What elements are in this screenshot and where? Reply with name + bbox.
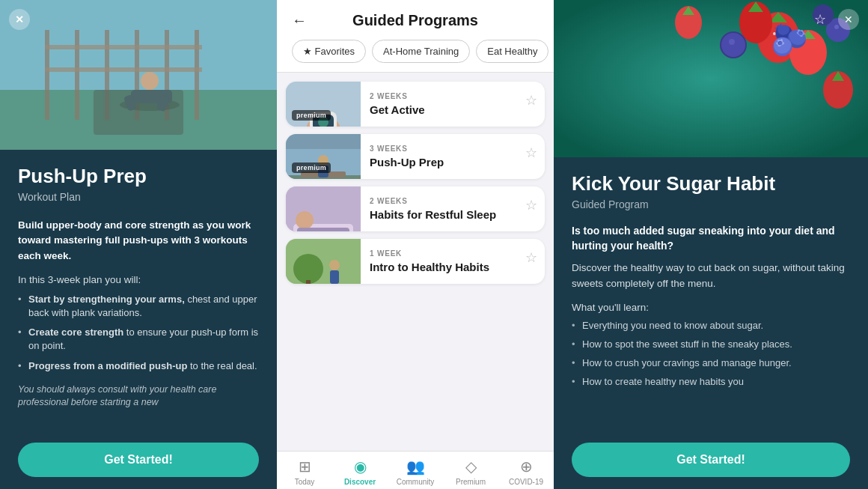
svg-rect-1 bbox=[0, 90, 277, 150]
tab-favorites[interactable]: ★ Favorites bbox=[292, 40, 366, 63]
svg-rect-5 bbox=[135, 30, 139, 120]
program-info-habits: 1 WEEK Intro to Healthy Habits bbox=[361, 239, 518, 284]
svg-point-52 bbox=[834, 25, 839, 29]
svg-rect-33 bbox=[306, 280, 311, 284]
svg-point-44 bbox=[773, 32, 776, 35]
left-panel: ✕ Push-Up Prep Workout Plan Build upper-… bbox=[0, 0, 277, 489]
svg-rect-13 bbox=[123, 94, 137, 112]
favorite-star-sleep[interactable]: ☆ bbox=[525, 197, 537, 213]
right-learn-title: What you'll learn: bbox=[572, 302, 850, 313]
program-fav-pushup[interactable]: ☆ bbox=[518, 134, 545, 179]
svg-point-10 bbox=[120, 99, 180, 111]
left-workout-subtitle: Workout Plan bbox=[18, 191, 259, 203]
program-info-get-active: 2 WEEKS Get Active bbox=[361, 82, 518, 127]
svg-point-28 bbox=[296, 211, 314, 229]
right-get-started-button[interactable]: Get Started! bbox=[572, 443, 850, 477]
program-fav-habits[interactable]: ☆ bbox=[518, 239, 545, 284]
svg-point-46 bbox=[775, 42, 778, 45]
premium-icon: ◇ bbox=[465, 458, 477, 476]
svg-rect-29 bbox=[297, 228, 349, 231]
program-card-pushup[interactable]: premium 3 WEEKS Push-Up Prep ☆ bbox=[286, 134, 545, 179]
middle-header: ← Guided Programs ★ Favorites At-Home Tr… bbox=[277, 0, 554, 73]
program-image-get-active: premium bbox=[286, 82, 361, 127]
program-info-sleep: 2 WEEKS Habits for Restful Sleep bbox=[361, 186, 518, 231]
tab-eat-healthy[interactable]: Eat Healthy bbox=[476, 40, 548, 63]
svg-rect-11 bbox=[131, 90, 172, 103]
nav-premium-label: Premium bbox=[456, 478, 486, 486]
svg-point-50 bbox=[729, 39, 735, 45]
right-program-title: Kick Your Sugar Habit bbox=[572, 172, 850, 195]
svg-point-45 bbox=[780, 37, 783, 40]
right-content: Kick Your Sugar Habit Guided Program Is … bbox=[554, 157, 868, 489]
left-bullet-1: Start by strengthening your arms, chest … bbox=[18, 293, 259, 320]
svg-rect-7 bbox=[195, 30, 199, 120]
tab-at-home[interactable]: At-Home Training bbox=[372, 40, 470, 63]
discover-icon: ◉ bbox=[354, 458, 367, 476]
nav-covid[interactable]: ⊕ COVID-19 bbox=[498, 458, 554, 486]
program-image-habits bbox=[286, 239, 361, 284]
right-bullet-list: Everything you need to know about sugar.… bbox=[572, 319, 850, 389]
svg-point-12 bbox=[141, 72, 159, 90]
nav-covid-label: COVID-19 bbox=[509, 478, 543, 486]
favorite-star-pushup[interactable]: ☆ bbox=[525, 145, 537, 161]
svg-rect-9 bbox=[45, 67, 202, 72]
svg-point-49 bbox=[721, 33, 745, 57]
svg-point-32 bbox=[293, 254, 323, 284]
nav-community[interactable]: 👥 Community bbox=[388, 458, 443, 486]
nav-today-label: Today bbox=[295, 478, 315, 486]
program-fav-sleep[interactable]: ☆ bbox=[518, 186, 545, 231]
left-bullet-2: Create core strength to ensure your push… bbox=[18, 326, 259, 353]
today-icon: ⊞ bbox=[299, 458, 311, 476]
program-name-sleep: Habits for Restful Sleep bbox=[370, 208, 509, 221]
svg-point-47 bbox=[783, 28, 786, 31]
program-fav-get-active[interactable]: ☆ bbox=[518, 82, 545, 127]
favorite-button-right[interactable]: ☆ bbox=[810, 9, 831, 30]
svg-rect-3 bbox=[75, 30, 79, 120]
right-description: Discover the healthy way to cut back on … bbox=[572, 261, 850, 291]
nav-premium[interactable]: ◇ Premium bbox=[443, 458, 498, 486]
back-button[interactable]: ← bbox=[292, 12, 307, 29]
nav-today[interactable]: ⊞ Today bbox=[277, 458, 332, 486]
favorite-star-habits[interactable]: ☆ bbox=[525, 249, 537, 266]
left-content: Push-Up Prep Workout Plan Build upper-bo… bbox=[0, 150, 277, 489]
right-program-subtitle: Guided Program bbox=[572, 198, 850, 210]
favorite-star-get-active[interactable]: ☆ bbox=[525, 92, 537, 109]
left-workout-title: Push-Up Prep bbox=[18, 165, 259, 188]
right-bullet-2: How to spot the sweet stuff in the sneak… bbox=[572, 338, 850, 351]
left-get-started-button[interactable]: Get Started! bbox=[18, 443, 259, 477]
svg-rect-6 bbox=[165, 30, 169, 120]
program-duration-habits: 1 WEEK bbox=[370, 249, 509, 258]
svg-rect-8 bbox=[45, 45, 202, 49]
program-image-sleep bbox=[286, 186, 361, 231]
svg-rect-4 bbox=[105, 30, 109, 120]
svg-rect-35 bbox=[330, 270, 339, 284]
middle-panel: ← Guided Programs ★ Favorites At-Home Tr… bbox=[277, 0, 554, 489]
program-info-pushup: 3 WEEKS Push-Up Prep bbox=[361, 134, 518, 179]
program-card-habits[interactable]: 1 WEEK Intro to Healthy Habits ☆ bbox=[286, 239, 545, 284]
right-bullet-1: Everything you need to know about sugar. bbox=[572, 319, 850, 332]
program-duration-pushup: 3 WEEKS bbox=[370, 145, 509, 153]
right-bullet-3: How to crush your cravings and manage hu… bbox=[572, 356, 850, 370]
program-card-sleep[interactable]: 2 WEEKS Habits for Restful Sleep ☆ bbox=[286, 186, 545, 231]
svg-rect-14 bbox=[156, 95, 170, 112]
covid-icon: ⊕ bbox=[520, 458, 533, 476]
right-question: Is too much added sugar sneaking into yo… bbox=[572, 224, 850, 253]
program-name-get-active: Get Active bbox=[370, 103, 509, 116]
nav-discover[interactable]: ◉ Discover bbox=[332, 458, 388, 486]
nav-community-label: Community bbox=[397, 478, 435, 486]
program-card-get-active[interactable]: premium 2 WEEKS Get Active ☆ bbox=[286, 82, 545, 127]
bottom-navigation: ⊞ Today ◉ Discover 👥 Community ◇ Premium… bbox=[277, 451, 554, 489]
svg-point-34 bbox=[329, 260, 340, 270]
right-bullet-4: How to create healthy new habits you bbox=[572, 375, 850, 389]
premium-badge-pushup: premium bbox=[292, 163, 331, 173]
close-button-right[interactable]: ✕ bbox=[838, 9, 859, 30]
close-button-left[interactable]: ✕ bbox=[9, 9, 30, 30]
programs-list: premium 2 WEEKS Get Active ☆ bbox=[277, 73, 554, 451]
program-duration-get-active: 2 WEEKS bbox=[370, 92, 509, 100]
left-description: Build upper-body and core strength as yo… bbox=[18, 218, 259, 264]
right-hero-image: ✕ ☆ bbox=[554, 0, 868, 157]
program-name-pushup: Push-Up Prep bbox=[370, 156, 509, 168]
filter-tabs: ★ Favorites At-Home Training Eat Healthy bbox=[292, 40, 539, 72]
community-icon: 👥 bbox=[406, 458, 425, 476]
left-hero-image: ✕ bbox=[0, 0, 277, 150]
